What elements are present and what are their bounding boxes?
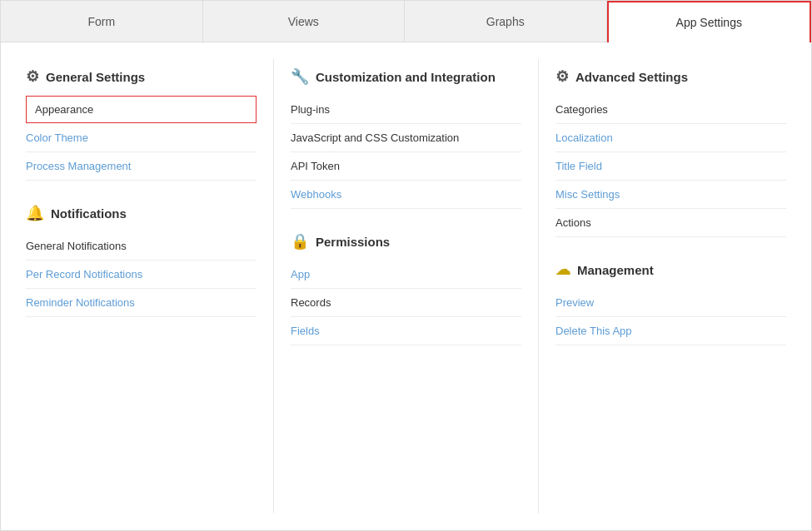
tab-app-settings[interactable]: App Settings: [607, 1, 812, 42]
section-header-permissions: 🔒Permissions: [291, 232, 521, 251]
menu-item-preview[interactable]: Preview: [555, 289, 786, 317]
tab-views[interactable]: Views: [203, 1, 406, 42]
menu-item-color-theme[interactable]: Color Theme: [26, 124, 257, 152]
menu-item-api-token[interactable]: API Token: [291, 152, 521, 181]
menu-item-misc-settings[interactable]: Misc Settings: [555, 181, 786, 209]
tab-bar: FormViewsGraphsApp Settings: [1, 1, 811, 42]
section-icon-permissions: 🔒: [291, 232, 309, 251]
menu-item-js-css[interactable]: JavaScript and CSS Customization: [291, 124, 521, 152]
menu-item-actions[interactable]: Actions: [555, 209, 786, 237]
section-title-notifications: Notifications: [51, 206, 127, 221]
tab-graphs[interactable]: Graphs: [405, 1, 607, 42]
section-header-general-settings: ⚙General Settings: [26, 67, 257, 86]
section-icon-management: ☁: [555, 261, 570, 279]
section-icon-advanced-settings: ⚙: [555, 67, 569, 86]
section-header-advanced-settings: ⚙Advanced Settings: [555, 67, 786, 86]
menu-item-process-management[interactable]: Process Management: [26, 152, 257, 181]
section-title-customization: Customization and Integration: [316, 70, 496, 84]
section-icon-customization: 🔧: [291, 67, 309, 86]
menu-item-general-notifications[interactable]: General Notifications: [26, 232, 257, 261]
menu-item-app-perm[interactable]: App: [291, 261, 521, 289]
column-col1: ⚙General SettingsAppearanceColor ThemePr…: [26, 59, 274, 514]
menu-item-reminder-notifications[interactable]: Reminder Notifications: [26, 289, 257, 317]
section-header-management: ☁Management: [555, 261, 786, 279]
menu-item-plug-ins[interactable]: Plug-ins: [291, 96, 521, 124]
menu-item-records-perm[interactable]: Records: [291, 289, 521, 317]
section-title-permissions: Permissions: [316, 235, 390, 249]
menu-item-delete-app[interactable]: Delete This App: [555, 317, 786, 345]
section-header-notifications: 🔔Notifications: [26, 204, 257, 222]
main-content: ⚙General SettingsAppearanceColor ThemePr…: [1, 42, 811, 530]
menu-item-webhooks[interactable]: Webhooks: [291, 181, 521, 209]
app-container: FormViewsGraphsApp Settings ⚙General Set…: [0, 0, 812, 531]
section-title-advanced-settings: Advanced Settings: [575, 70, 688, 84]
menu-item-title-field[interactable]: Title Field: [555, 152, 786, 181]
menu-item-fields-perm[interactable]: Fields: [291, 317, 521, 345]
section-title-management: Management: [577, 263, 654, 277]
column-col3: ⚙Advanced SettingsCategoriesLocalization…: [539, 59, 786, 514]
column-col2: 🔧Customization and IntegrationPlug-insJa…: [274, 59, 539, 514]
menu-item-categories[interactable]: Categories: [555, 96, 786, 124]
menu-item-localization[interactable]: Localization: [555, 124, 786, 152]
section-icon-notifications: 🔔: [26, 204, 44, 222]
section-icon-general-settings: ⚙: [26, 67, 39, 86]
menu-item-appearance[interactable]: Appearance: [26, 96, 257, 123]
section-header-customization: 🔧Customization and Integration: [291, 67, 521, 86]
section-title-general-settings: General Settings: [46, 70, 145, 84]
tab-form[interactable]: Form: [1, 1, 203, 42]
menu-item-per-record-notifications[interactable]: Per Record Notifications: [26, 261, 257, 289]
